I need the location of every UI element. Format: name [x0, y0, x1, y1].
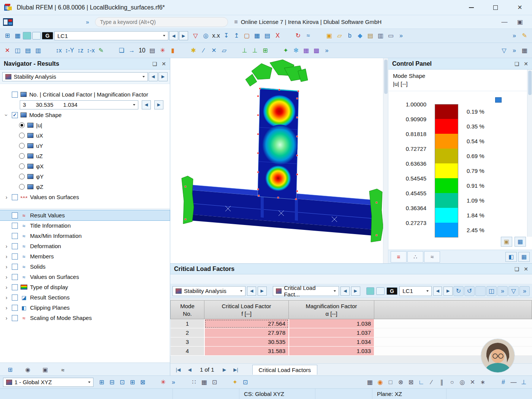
table-row[interactable]: 4 31.583 1.033 — [170, 347, 532, 356]
table-lc-combo[interactable]: LC1 — [399, 286, 432, 296]
table-analysis-combo[interactable]: Stability Analysis — [173, 286, 245, 296]
model-3d-view[interactable] — [170, 58, 388, 263]
display-blocks-icon[interactable]: ❏ — [116, 45, 127, 56]
minimize-bar-icon[interactable]: — — [508, 377, 519, 388]
mode-shape-row[interactable]: › Mode Shape — [4, 110, 168, 120]
result-display-icon[interactable]: ◫ — [486, 286, 497, 296]
menu-item[interactable] — [16, 20, 24, 24]
tab-display-navigator[interactable]: ◉ — [19, 364, 36, 375]
display-option-row[interactable]: › ◪ Result Sections — [0, 292, 170, 302]
display-option-checkbox[interactable] — [12, 284, 18, 290]
mode-selection-combo[interactable]: 3 30.535 1.034 — [20, 100, 138, 109]
display-option-row[interactable]: › ≈ Members — [0, 251, 170, 261]
model-view-icon[interactable]: ◫ — [13, 45, 23, 56]
control-panel-close-icon[interactable]: ✕ — [524, 61, 528, 67]
selection-grid-icon[interactable]: ▦ — [301, 45, 311, 56]
move-coordinate-system-icon[interactable]: ⊟ — [107, 377, 117, 388]
view-direction-x-icon[interactable]: ↕x — [54, 45, 64, 56]
display-option-checkbox[interactable] — [12, 223, 18, 229]
result-values-icon[interactable]: x.x — [211, 30, 221, 41]
next-analysis-button[interactable]: ▶ — [158, 72, 168, 81]
maximize-button[interactable] — [483, 0, 508, 15]
critical-load-factor-cell[interactable]: 27.564 — [204, 319, 289, 328]
display-option-checkbox[interactable] — [12, 264, 18, 270]
table-next-analysis-button[interactable]: ▶ — [258, 287, 267, 296]
component-radio[interactable] — [19, 184, 25, 190]
rotate-view-icon[interactable]: ◎ — [201, 30, 211, 41]
legend-color-block[interactable] — [435, 163, 458, 178]
search-settings-icon[interactable]: ≡ — [231, 19, 241, 25]
display-option-checkbox[interactable] — [12, 233, 18, 239]
rotate-coordinate-system-icon[interactable]: ⊡ — [117, 377, 127, 388]
snap-nearest-icon[interactable]: ✕ — [467, 377, 478, 388]
table-menu-item[interactable] — [199, 278, 208, 280]
delete-results-icon[interactable]: ✕ — [2, 45, 13, 56]
column-header-magnification-factor[interactable]: Magnification Factor α [--] — [289, 300, 374, 319]
load-case-combo[interactable]: LC1 — [54, 31, 168, 40]
manage-models-icon[interactable]: ▦ — [13, 30, 23, 41]
mean-values-icon[interactable]: X — [272, 30, 283, 41]
magnification-factor-cell[interactable]: 1.034 — [289, 337, 374, 347]
snap-center-icon[interactable]: ○ — [447, 377, 457, 388]
critical-load-factor-cell[interactable]: 27.978 — [204, 328, 289, 337]
display-option-row[interactable]: › ≈ Scaling of Mode Shapes — [0, 313, 170, 323]
sync-selection-icon[interactable]: ↻ — [453, 286, 464, 296]
import-results-icon[interactable]: ↧ — [221, 30, 231, 41]
table-next-result-button[interactable]: ▶ — [351, 287, 360, 296]
component-row[interactable]: φY — [19, 171, 168, 182]
table-prev-analysis-button[interactable]: ◀ — [247, 287, 256, 296]
print-icon[interactable]: ▭ — [386, 30, 396, 41]
navigator-float-icon[interactable]: ❏ — [152, 61, 157, 67]
next-load-case-button[interactable]: ▶ — [179, 31, 188, 40]
new-line-icon[interactable]: ∕ — [198, 45, 209, 56]
table-row[interactable]: 2 27.978 1.037 — [170, 328, 532, 337]
column-header-critical-load-factor[interactable]: Critical Load Factor f [--] — [204, 300, 289, 319]
collapse-arrow-icon[interactable]: › — [3, 112, 10, 118]
next-mode-button[interactable]: ▶ — [154, 100, 163, 109]
overflow-chevron[interactable]: » — [396, 30, 406, 41]
display-option-row[interactable]: › ◧ Clipping Planes — [0, 302, 170, 313]
visibility-icon[interactable]: ▩ — [311, 45, 321, 56]
analysis-type-combo[interactable]: Stability Analysis — [2, 72, 148, 81]
component-row[interactable]: φX — [19, 161, 168, 171]
ribbon-minimize-icon[interactable]: — — [499, 17, 510, 27]
display-option-checkbox[interactable] — [12, 274, 18, 280]
keyword-search-input[interactable] — [100, 19, 223, 25]
expand-arrow-icon[interactable]: › — [4, 194, 9, 200]
menu-item[interactable] — [49, 20, 58, 24]
panel-dock-icon[interactable]: ◧ — [505, 252, 517, 262]
table-panel-float-icon[interactable]: ❏ — [515, 266, 519, 272]
new-surface-icon[interactable]: ▱ — [219, 45, 229, 56]
edit-parameters-icon[interactable]: ▤ — [23, 45, 33, 56]
ortho-lock-icon[interactable]: ◉ — [375, 377, 385, 388]
legend-color-block[interactable] — [435, 104, 458, 119]
legend-handle[interactable] — [495, 97, 502, 103]
tab-views-navigator[interactable]: ▣ — [36, 364, 54, 375]
result-table-icon[interactable]: ▦ — [252, 30, 262, 41]
overflow-chevron[interactable]: » — [509, 45, 519, 56]
snap-square-icon[interactable]: □ — [385, 377, 396, 388]
table-filter-icon[interactable]: ▽ — [508, 286, 519, 296]
filter-results-icon[interactable]: ▽ — [190, 30, 201, 41]
save-icon[interactable]: ▥ — [375, 30, 386, 41]
new-hinge-icon[interactable]: ⊥ — [250, 45, 260, 56]
grid-table-icon[interactable]: ▦ — [199, 377, 209, 388]
section-icon[interactable]: ▤ — [147, 45, 157, 56]
smooth-results-icon[interactable]: ≈ — [303, 30, 314, 41]
critical-load-factor-cell[interactable]: 31.583 — [204, 347, 289, 356]
menu-item[interactable] — [33, 20, 41, 24]
table-prev-result-button[interactable]: ◀ — [340, 287, 350, 296]
clipboard-icon[interactable]: ▤ — [365, 30, 375, 41]
snap-circle-icon[interactable]: ◎ — [457, 377, 467, 388]
component-row[interactable]: uZ — [19, 151, 168, 161]
guideline-snap-icon[interactable]: # — [498, 377, 508, 388]
table-lc-g-chip[interactable]: G — [386, 287, 397, 295]
mode-number-cell[interactable]: 1 — [170, 319, 204, 328]
render-mode-icon[interactable]: ✎ — [96, 45, 106, 56]
navigator-close-icon[interactable]: ✕ — [162, 61, 166, 67]
first-page-button[interactable]: |◀ — [173, 365, 183, 374]
column-header-mode[interactable]: Mode No. — [170, 300, 204, 319]
display-option-checkbox[interactable] — [12, 243, 18, 249]
menu-item[interactable] — [24, 20, 33, 24]
component-row[interactable]: φZ — [19, 182, 168, 192]
